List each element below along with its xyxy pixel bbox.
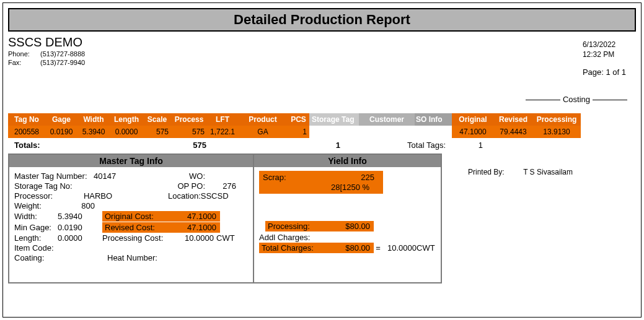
total-charges-value: $80.00 xyxy=(327,243,370,253)
hdr-lft: LFT xyxy=(207,113,238,126)
cell-scale: 575 xyxy=(143,126,171,138)
table-row: 200558 0.0190 5.3940 0.0000 575 575 1,72… xyxy=(8,126,636,138)
phone-value: (513)727-8888 xyxy=(40,50,85,58)
hdr-revised: Revised xyxy=(494,113,532,126)
cell-lft: 1,722.1 xyxy=(207,126,238,138)
hdr-processing: Processing xyxy=(532,113,581,126)
totals-scale: 575 xyxy=(169,141,206,150)
hdr-customer: Customer xyxy=(359,113,415,126)
location-label: Location: xyxy=(168,191,201,201)
hdr-tag-no: Tag No xyxy=(8,113,45,126)
cell-processing: 13.9130 xyxy=(532,126,581,138)
master-panel-body: Master Tag Number: 40147 WO: Storage Tag… xyxy=(9,167,253,282)
rev-cost-value: 47.1000 xyxy=(167,223,216,232)
printed-by: Printed By: T S Sivasailam xyxy=(468,168,573,176)
phone-label: Phone: xyxy=(8,50,35,58)
master-panel: Master Tag Info Master Tag Number: 40147… xyxy=(9,155,254,282)
report-time: 12:32 PM xyxy=(583,50,626,59)
hdr-so-info: SO Info xyxy=(415,113,452,126)
totals-pcs: 1 xyxy=(206,141,340,150)
costing-label-text: Costing xyxy=(563,95,590,104)
min-gage-value: 0.0190 xyxy=(58,223,102,232)
company-block: SSCS DEMO Phone: (513)727-8888 Fax: (513… xyxy=(8,35,636,66)
info-panels: Master Tag Info Master Tag Number: 40147… xyxy=(8,154,442,283)
cell-so-info xyxy=(415,126,452,138)
proc-cost-label: Processing Cost: xyxy=(102,233,169,243)
cell-revised: 79.4443 xyxy=(494,126,532,138)
total-charges-label: Total Charges: xyxy=(262,243,327,253)
cell-storage-tag xyxy=(309,126,359,138)
cell-process: 575 xyxy=(171,126,207,138)
hdr-width: Width xyxy=(77,113,110,126)
yield-panel-body: Scrap: 225 28[1250 % Processing: $80.00 … xyxy=(254,167,441,282)
addl-label: Addl Charges: xyxy=(259,233,310,242)
report-frame: Detailed Production Report SSCS DEMO Pho… xyxy=(2,2,642,318)
total-cwt-unit: CWT xyxy=(417,243,435,253)
equals-sign: = xyxy=(374,243,382,253)
total-tags-label: Total Tags: xyxy=(340,141,446,150)
location-value: SSCSD xyxy=(201,191,229,201)
report-meta: 6/13/2022 12:32 PM Page: 1 of 1 xyxy=(583,40,626,78)
weight-label: Weight: xyxy=(14,201,58,210)
cell-pcs: 1 xyxy=(288,126,309,138)
cell-product: GA xyxy=(238,126,288,138)
total-tags-value: 1 xyxy=(446,141,483,150)
oppo-value: 276 xyxy=(205,181,236,191)
scrap-value: 225 xyxy=(331,173,374,182)
weight-value: 800 xyxy=(58,201,95,210)
fax-value: (513)727-9940 xyxy=(40,59,85,66)
scrap-label: Scrap: xyxy=(263,173,331,182)
totals-label: Totals: xyxy=(14,141,169,150)
coating-label: Coating: xyxy=(14,253,107,262)
yield-panel-title: Yield Info xyxy=(254,155,441,167)
scrap-prefix: 28[ xyxy=(331,183,342,192)
company-name: SSCS DEMO xyxy=(8,35,636,49)
heat-label: Heat Number: xyxy=(107,253,157,262)
printed-by-value: T S Sivasailam xyxy=(523,168,573,176)
cell-original: 47.1000 xyxy=(452,126,494,138)
master-panel-title: Master Tag Info xyxy=(9,155,253,167)
processor-value: HARBO xyxy=(64,191,132,201)
hdr-original: Original xyxy=(452,113,494,126)
processing-label: Processing: xyxy=(268,222,327,231)
fax-row: Fax: (513)727-9940 xyxy=(8,59,636,66)
master-tag-value: 40147 xyxy=(94,171,168,181)
costing-section-label: Costing xyxy=(523,95,630,104)
totals-row: Totals: 575 1 Total Tags: 1 xyxy=(14,141,636,150)
printed-by-label: Printed By: xyxy=(468,168,505,176)
rev-cost-label: Revised Cost: xyxy=(105,223,167,232)
hdr-gage: Gage xyxy=(45,113,77,126)
fax-label: Fax: xyxy=(8,59,35,66)
item-code-label: Item Code: xyxy=(14,243,54,253)
report-title: Detailed Production Report xyxy=(8,8,636,32)
hdr-process: Process xyxy=(171,113,207,126)
hdr-pcs: PCS xyxy=(288,113,309,126)
phone-row: Phone: (513)727-8888 xyxy=(8,50,636,58)
processor-label: Processor: xyxy=(14,191,64,201)
page-indicator: Page: 1 of 1 xyxy=(583,67,626,77)
width-value: 5.3940 xyxy=(58,212,102,221)
cell-customer xyxy=(359,126,415,138)
hdr-scale: Scale xyxy=(143,113,171,126)
master-tag-label: Master Tag Number: xyxy=(14,171,94,181)
storage-tag-label: Storage Tag No: xyxy=(14,181,94,191)
hdr-length: Length xyxy=(110,113,143,126)
yield-panel: Yield Info Scrap: 225 28[1250 % Processi… xyxy=(254,155,441,282)
hdr-storage-tag: Storage Tag xyxy=(309,113,359,126)
orig-cost-value: 47.1000 xyxy=(167,212,216,221)
report-date: 6/13/2022 xyxy=(583,40,626,49)
cell-length: 0.0000 xyxy=(110,126,143,138)
length-value: 0.0000 xyxy=(58,233,102,243)
hdr-product: Product xyxy=(238,113,288,126)
scrap-pct: 1250 % xyxy=(342,183,369,192)
width-label: Width: xyxy=(14,212,58,221)
table-header: Tag No Gage Width Length Scale Process L… xyxy=(8,113,636,126)
wo-label: WO: xyxy=(168,171,205,181)
orig-cost-label: Original Cost: xyxy=(105,212,167,221)
min-gage-label: Min Gage: xyxy=(14,223,58,232)
cell-gage: 0.0190 xyxy=(45,126,77,138)
processing-value: $80.00 xyxy=(327,222,370,231)
cell-width: 5.3940 xyxy=(77,126,110,138)
cell-tag-no: 200558 xyxy=(8,126,45,138)
length-label: Length: xyxy=(14,233,58,243)
